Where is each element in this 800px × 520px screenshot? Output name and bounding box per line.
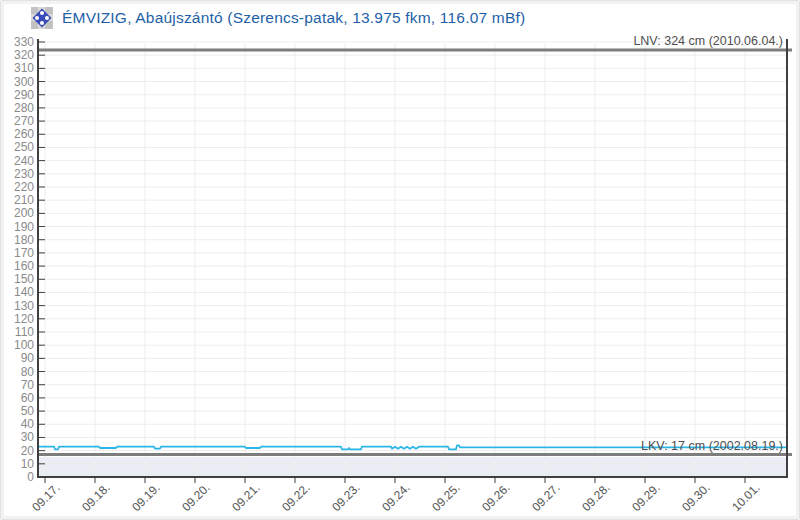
x-axis-label: 09.19. — [129, 481, 162, 514]
chart-header: ÉMVIZIG, Abaújszántó (Szerencs-patak, 13… — [31, 7, 525, 29]
y-axis-label: 180 — [14, 233, 34, 247]
y-axis-label: 310 — [14, 61, 34, 75]
y-axis-label: 230 — [14, 167, 34, 181]
y-axis-label: 80 — [21, 365, 35, 379]
y-axis-label: 100 — [14, 338, 34, 352]
x-axis-label: 09.29. — [629, 481, 662, 514]
y-axis-label: 200 — [14, 206, 34, 220]
y-axis-label: 300 — [14, 75, 34, 89]
y-axis-label: 120 — [14, 312, 34, 326]
water-level-chart: 0102030405060708090100110120130140150160… — [0, 0, 800, 520]
y-axis-label: 210 — [14, 193, 34, 207]
y-axis-label: 50 — [21, 404, 35, 418]
y-axis-label: 40 — [21, 417, 35, 431]
y-axis-label: 260 — [14, 127, 34, 141]
y-axis-label: 130 — [14, 299, 34, 313]
x-axis-label: 09.18. — [79, 481, 112, 514]
y-axis-label: 270 — [14, 114, 34, 128]
y-axis-label: 30 — [21, 430, 35, 444]
chart-title: ÉMVIZIG, Abaújszántó (Szerencs-patak, 13… — [62, 9, 525, 27]
y-axis-label: 10 — [21, 457, 35, 471]
lnv-label: LNV: 324 cm (2010.06.04.) — [633, 34, 783, 48]
y-axis-label: 290 — [14, 88, 34, 102]
y-axis-label: 220 — [14, 180, 34, 194]
x-axis-label: 09.21. — [229, 481, 262, 514]
y-axis-label: 20 — [21, 444, 35, 458]
y-axis-label: 0 — [27, 470, 34, 484]
x-axis-label: 09.27. — [529, 481, 562, 514]
page: ÉMVIZIG, Abaújszántó (Szerencs-patak, 13… — [0, 0, 800, 520]
x-axis-label: 09.28. — [579, 481, 612, 514]
x-axis-label: 10.01. — [729, 481, 762, 514]
y-axis-label: 110 — [15, 325, 34, 339]
y-axis-label: 90 — [21, 351, 35, 365]
emvizig-logo-icon — [31, 7, 53, 29]
x-axis-label: 09.23. — [329, 481, 362, 514]
y-axis-label: 250 — [14, 140, 34, 154]
y-axis-label: 190 — [14, 220, 34, 234]
y-axis-label: 140 — [14, 285, 34, 299]
y-axis-label: 60 — [21, 391, 35, 405]
x-axis-label: 09.17. — [29, 481, 62, 514]
x-axis-label: 09.20. — [179, 481, 212, 514]
lkv-label: LKV: 17 cm (2002.08.19.) — [641, 439, 783, 453]
y-axis-label: 320 — [14, 48, 34, 62]
y-axis-label: 280 — [14, 101, 34, 115]
y-axis-label: 70 — [21, 378, 35, 392]
y-axis-label: 150 — [14, 272, 34, 286]
x-axis-label: 09.25. — [429, 481, 462, 514]
low-water-shaded-region — [39, 457, 786, 477]
x-axis-label: 09.22. — [279, 481, 312, 514]
y-axis-label: 170 — [14, 246, 34, 260]
x-axis-label: 09.30. — [679, 481, 712, 514]
y-axis-label: 330 — [14, 35, 34, 49]
y-axis-label: 240 — [14, 154, 34, 168]
x-axis-label: 09.24. — [379, 481, 412, 514]
y-axis-label: 160 — [14, 259, 34, 273]
x-axis-label: 09.26. — [479, 481, 512, 514]
